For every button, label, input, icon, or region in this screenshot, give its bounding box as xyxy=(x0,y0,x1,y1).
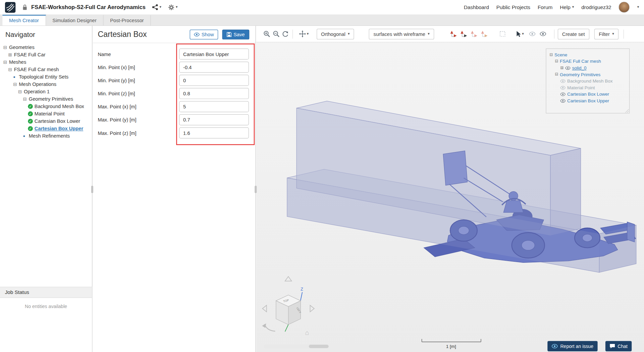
scene-item-material-point[interactable]: Material Point xyxy=(548,84,628,91)
horizontal-scrollbar[interactable] xyxy=(264,344,329,348)
collapse-icon[interactable]: ⊟ xyxy=(13,82,19,86)
scene-item-background-mesh-box[interactable]: Background Mesh Box xyxy=(548,78,628,84)
report-issue-button[interactable]: Report an issue xyxy=(547,341,597,351)
scene-item-solid-0[interactable]: ⊞solid_0 xyxy=(548,64,628,71)
collapse-icon[interactable]: ⊟ xyxy=(3,45,9,49)
hide-selection-eye-icon[interactable] xyxy=(528,31,537,38)
share-button[interactable]: ▾ xyxy=(152,4,161,10)
max-point-x-input[interactable] xyxy=(179,101,249,112)
create-set-button[interactable]: Create set xyxy=(557,29,589,39)
reset-view-icon[interactable] xyxy=(281,30,290,39)
show-selection-eye-icon[interactable] xyxy=(538,31,547,38)
scene-item-cartesian-box-lower[interactable]: Cartesian Box Lower xyxy=(548,91,628,98)
select-tool-dropdown[interactable]: ▾ xyxy=(514,30,525,39)
min-point-z-input[interactable] xyxy=(179,88,249,99)
scene-tree-resize-handle[interactable] xyxy=(625,108,629,112)
check-icon: ✓ xyxy=(28,126,33,131)
chevron-down-icon: ▾ xyxy=(307,32,309,36)
chevron-down-icon[interactable]: ▾ xyxy=(637,5,639,9)
gizmo-axes-icon-1[interactable] xyxy=(448,29,459,39)
tree-item-geometries[interactable]: ⊟Geometries xyxy=(0,44,92,51)
field-label: Min. Point (x) [m] xyxy=(98,64,179,70)
collapse-icon[interactable]: ⊟ xyxy=(23,97,29,101)
collapse-icon[interactable]: ⊟ xyxy=(555,72,560,77)
chat-button[interactable]: Chat xyxy=(605,341,632,351)
eye-icon[interactable] xyxy=(560,86,566,89)
app-logo-icon[interactable] xyxy=(5,2,16,13)
scene-item-cartesian-box-upper[interactable]: Cartesian Box Upper xyxy=(548,97,628,104)
tree-item-fsae-full-car-mesh[interactable]: ⊟FSAE Full Car mesh xyxy=(0,66,92,73)
field-label: Max. Point (x) [m] xyxy=(98,104,179,109)
navigator-tree: ⊟Geometries ⊞FSAE Full Car ⊟Meshes ⊟FSAE… xyxy=(0,44,92,140)
show-button[interactable]: Show xyxy=(190,30,218,39)
gizmo-axes-icon-2[interactable] xyxy=(459,29,469,39)
scene-item-fsae-full-car-mesh[interactable]: ⊟FSAE Full Car mesh xyxy=(548,58,628,65)
tree-item-mesh-refinements[interactable]: ●Mesh Refinements xyxy=(0,132,92,140)
nav-dashboard[interactable]: Dashboard xyxy=(464,4,489,10)
collapse-icon[interactable]: ⊟ xyxy=(8,67,14,71)
tree-item-cartesian-box-upper[interactable]: ✓Cartesian Box Upper xyxy=(0,125,92,132)
user-avatar[interactable] xyxy=(619,2,630,13)
collapse-icon[interactable]: ⊟ xyxy=(555,59,560,63)
scrollbar-thumb xyxy=(309,345,329,348)
gizmo-axes-icon-3[interactable] xyxy=(469,29,479,39)
job-status-header[interactable]: Job Status xyxy=(0,287,92,298)
eye-icon[interactable] xyxy=(560,99,566,102)
nav-username[interactable]: drodriguez32 xyxy=(581,4,611,10)
tree-item-topological-entity-sets[interactable]: ●Topological Entity Sets xyxy=(0,73,92,81)
collapse-icon[interactable]: ⊟ xyxy=(3,60,9,64)
tab-simulation-designer[interactable]: Simulation Designer xyxy=(46,15,104,26)
collapse-icon[interactable]: ⊟ xyxy=(549,53,554,57)
scene-item-geometry-primitives[interactable]: ⊟Geometry Primitives xyxy=(548,71,628,78)
form-row: Name xyxy=(98,48,249,59)
nav-public-projects[interactable]: Public Projects xyxy=(496,4,530,10)
view-cube[interactable]: Z TOP LEFT ⌂ xyxy=(262,276,314,336)
eye-icon xyxy=(194,32,199,36)
min-point-y-input[interactable] xyxy=(179,75,249,86)
navigator-panel: Navigator ⊟Geometries ⊞FSAE Full Car ⊟Me… xyxy=(0,26,93,352)
tree-item-material-point[interactable]: ✓Material Point xyxy=(0,110,92,117)
tree-item-meshes[interactable]: ⊟Meshes xyxy=(0,58,92,66)
nav-help[interactable]: Help▾ xyxy=(560,4,574,10)
field-label: Name xyxy=(98,51,179,57)
gizmo-axes-icon-4[interactable] xyxy=(479,29,489,39)
max-point-y-input[interactable] xyxy=(179,114,249,125)
chevron-down-icon: ▾ xyxy=(159,5,161,9)
box-select-icon[interactable] xyxy=(498,30,507,38)
min-point-x-input[interactable] xyxy=(179,62,249,73)
scale-bar-label: 1 [m] xyxy=(446,344,456,349)
zoom-in-icon[interactable] xyxy=(262,29,271,39)
render-mode-dropdown[interactable]: surfaces with wireframe▾ xyxy=(369,29,434,39)
max-point-z-input[interactable] xyxy=(179,128,249,139)
tree-item-cartesian-box-lower[interactable]: ✓Cartesian Box Lower xyxy=(0,117,92,125)
tree-item-mesh-operations[interactable]: ⊟Mesh Operations xyxy=(0,81,92,88)
settings-button[interactable]: ▾ xyxy=(168,4,178,11)
name-input[interactable] xyxy=(179,48,249,59)
tab-mesh-creator[interactable]: Mesh Creator xyxy=(2,15,46,26)
toolbar-separator xyxy=(554,30,554,39)
panel-resize-handle[interactable] xyxy=(255,186,257,193)
tab-post-processor[interactable]: Post-Processor xyxy=(104,15,151,26)
viewport-canvas[interactable]: Z TOP LEFT ⌂ 1 [m] xyxy=(256,42,644,352)
tree-item-operation-1[interactable]: ⊟Operation 1 xyxy=(0,88,92,95)
scene-item-scene[interactable]: ⊟Scene xyxy=(548,51,628,58)
tree-item-background-mesh-box[interactable]: ✓Background Mesh Box xyxy=(0,103,92,110)
chevron-down-icon: ▾ xyxy=(612,32,614,36)
viewport-3d: ▾ Orthogonal▾ surfaces with wireframe▾ ▾… xyxy=(256,26,644,352)
eye-icon[interactable] xyxy=(560,92,566,96)
projection-dropdown[interactable]: Orthogonal▾ xyxy=(317,29,355,39)
eye-icon[interactable] xyxy=(565,66,571,70)
lock-icon xyxy=(22,4,28,10)
expand-icon[interactable]: ⊞ xyxy=(8,52,14,57)
expand-icon[interactable]: ⊞ xyxy=(560,66,565,70)
save-button[interactable]: Save xyxy=(222,30,249,39)
pan-tool-dropdown[interactable]: ▾ xyxy=(298,29,310,39)
filter-dropdown[interactable]: Filter▾ xyxy=(594,29,619,39)
collapse-icon[interactable]: ⊟ xyxy=(18,89,24,94)
panel-resize-handle[interactable] xyxy=(91,186,93,193)
eye-icon[interactable] xyxy=(560,79,566,83)
tree-item-geometry-primitives[interactable]: ⊟Geometry Primitives xyxy=(0,95,92,103)
nav-forum[interactable]: Forum xyxy=(538,4,552,10)
tree-item-fsae-full-car[interactable]: ⊞FSAE Full Car xyxy=(0,51,92,58)
zoom-out-icon[interactable] xyxy=(271,29,281,39)
